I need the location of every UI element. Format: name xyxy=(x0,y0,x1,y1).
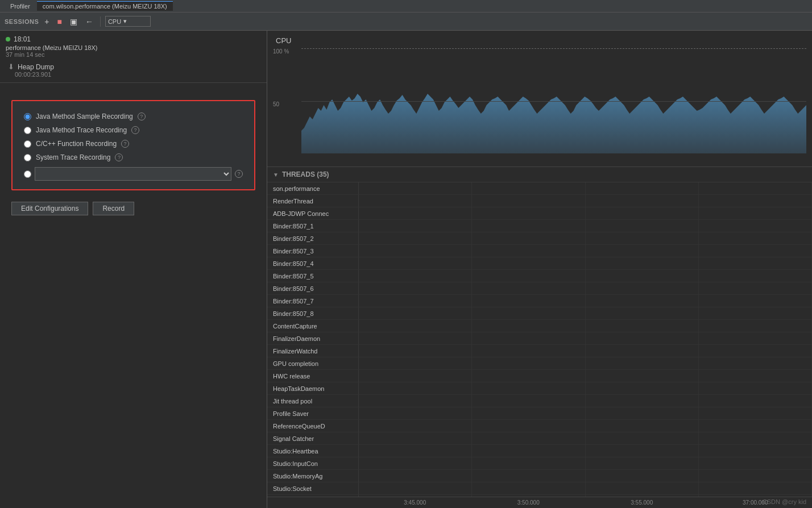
record-button[interactable]: Record xyxy=(93,202,134,215)
title-bar: Profiler com.wilson.performance (Meizu M… xyxy=(0,0,812,13)
thread-name: Binder:8507_6 xyxy=(267,285,358,292)
right-panel: CPU 100 % 50 xyxy=(267,31,812,508)
sys-trace-option[interactable]: System Trace Recording ? xyxy=(24,153,243,161)
java-sample-help-icon[interactable]: ? xyxy=(138,113,146,120)
sys-trace-radio[interactable] xyxy=(24,154,31,161)
thread-timeline xyxy=(358,370,812,382)
thread-row[interactable]: Studio:Heartbea xyxy=(267,445,812,457)
thread-timeline xyxy=(358,182,812,194)
stop-button[interactable]: ■ xyxy=(55,16,64,27)
thread-row[interactable]: Binder:8507_5 xyxy=(267,270,812,282)
cpp-func-label: C/C++ Function Recording xyxy=(36,140,117,148)
thread-row[interactable]: GPU completion xyxy=(267,357,812,370)
java-trace-label: Java Method Trace Recording xyxy=(36,126,127,134)
tick-2: 3:50.000 xyxy=(472,499,586,506)
cpu-label: CPU xyxy=(108,18,121,25)
cpp-func-option[interactable]: C/C++ Function Recording ? xyxy=(24,140,243,148)
thread-name: Binder:8507_4 xyxy=(267,260,358,267)
profiler-tab[interactable]: Profiler xyxy=(5,2,36,11)
heap-dump-row[interactable]: ⬇ Heap Dump xyxy=(6,63,261,71)
thread-name: Studio:Socket xyxy=(267,485,358,492)
session-time: 18:01 xyxy=(14,35,31,43)
custom-config-radio[interactable] xyxy=(24,170,31,178)
thread-timeline xyxy=(358,382,812,394)
back-button[interactable]: ← xyxy=(83,16,96,27)
add-session-button[interactable]: + xyxy=(42,16,51,27)
cpp-func-help-icon[interactable]: ? xyxy=(121,140,129,148)
thread-row[interactable]: Jit thread pool xyxy=(267,395,812,407)
separator xyxy=(100,16,101,27)
thread-timeline xyxy=(358,332,812,344)
thread-timeline xyxy=(358,470,812,482)
java-trace-radio[interactable] xyxy=(24,127,31,134)
thread-name: Binder:8507_5 xyxy=(267,273,358,280)
thread-row[interactable]: Binder:8507_2 xyxy=(267,232,812,245)
thread-name: Binder:8507_3 xyxy=(267,248,358,255)
thread-row[interactable]: Studio:MemoryAg xyxy=(267,470,812,482)
thread-name: FinalizerWatchd xyxy=(267,348,358,355)
dropdown-arrow-icon: ▾ xyxy=(123,18,127,25)
thread-name: Binder:8507_2 xyxy=(267,235,358,242)
thread-timeline xyxy=(358,407,812,419)
threads-section[interactable]: ▼ THREADS (35) son.performanceRenderThre… xyxy=(267,167,812,497)
thread-row[interactable]: ReferenceQueueD xyxy=(267,420,812,432)
thread-timeline xyxy=(358,395,812,407)
toolbar: SESSIONS + ■ ▣ ← CPU ▾ xyxy=(0,13,812,31)
thread-name: FinalizerDaemon xyxy=(267,335,358,342)
thread-row[interactable]: Binder:8507_7 xyxy=(267,295,812,307)
threads-toggle-icon[interactable]: ▼ xyxy=(273,172,279,178)
sys-trace-help-icon[interactable]: ? xyxy=(115,153,123,161)
thread-timeline xyxy=(358,445,812,457)
edit-configurations-button[interactable]: Edit Configurations xyxy=(11,202,88,215)
config-select[interactable] xyxy=(35,167,231,181)
java-trace-option[interactable]: Java Method Trace Recording ? xyxy=(24,126,243,134)
sessions-label: SESSIONS xyxy=(5,18,39,25)
config-help-icon[interactable]: ? xyxy=(235,170,243,178)
chart-label-100: 100 % xyxy=(273,48,289,55)
thread-name: RenderThread xyxy=(267,198,358,205)
tick-1: 3:45.000 xyxy=(358,499,472,506)
java-sample-radio[interactable] xyxy=(24,113,31,120)
thread-name: Studio:MemoryAg xyxy=(267,473,358,480)
thread-row[interactable]: ContentCapture xyxy=(267,320,812,332)
cpu-chart-title: CPU xyxy=(267,36,812,45)
thread-timeline xyxy=(358,307,812,319)
thread-row[interactable]: son.performance xyxy=(267,182,812,195)
thread-row[interactable]: FinalizerWatchd xyxy=(267,345,812,357)
thread-row[interactable]: Studio:Socket xyxy=(267,482,812,495)
thread-row[interactable]: HeapTaskDaemon xyxy=(267,382,812,395)
thread-row[interactable]: Binder:8507_6 xyxy=(267,282,812,295)
thread-row[interactable]: Binder:8507_4 xyxy=(267,257,812,270)
thread-row[interactable]: Binder:8507_3 xyxy=(267,245,812,257)
java-sample-option[interactable]: Java Method Sample Recording ? xyxy=(24,113,243,120)
thread-row[interactable]: RenderThread xyxy=(267,195,812,207)
thread-row[interactable]: FinalizerDaemon xyxy=(267,332,812,345)
thread-name: Jit thread pool xyxy=(267,398,358,405)
watermark: CSDN @cry kid xyxy=(763,498,806,505)
thread-timeline xyxy=(358,282,812,294)
layout-button[interactable]: ▣ xyxy=(68,16,80,27)
thread-name: HeapTaskDaemon xyxy=(267,385,358,392)
thread-timeline xyxy=(358,482,812,494)
thread-row[interactable]: Binder:8507_8 xyxy=(267,307,812,320)
thread-name: Signal Catcher xyxy=(267,435,358,442)
thread-row[interactable]: HWC release xyxy=(267,370,812,382)
thread-row[interactable]: Studio:InputCon xyxy=(267,457,812,470)
thread-row[interactable]: Profile Saver xyxy=(267,407,812,420)
session-device: performance (Meizu MEIZU 18X) xyxy=(6,44,261,51)
thread-name: HWC release xyxy=(267,373,358,380)
sys-trace-label: System Trace Recording xyxy=(36,153,110,161)
device-tab[interactable]: com.wilson.performance (Meizu MEIZU 18X) xyxy=(37,1,173,11)
thread-timeline xyxy=(358,432,812,444)
left-panel: 18:01 performance (Meizu MEIZU 18X) 37 m… xyxy=(0,31,267,508)
java-trace-help-icon[interactable]: ? xyxy=(131,126,139,134)
cpp-func-radio[interactable] xyxy=(24,140,31,148)
timeline-footer: 3:45.000 3:50.000 3:55.000 37:00.000 xyxy=(267,497,812,508)
thread-row[interactable]: Signal Catcher xyxy=(267,432,812,445)
chart-dashed-line xyxy=(301,48,806,49)
thread-name: ContentCapture xyxy=(267,323,358,330)
thread-row[interactable]: ADB-JDWP Connec xyxy=(267,207,812,220)
cpu-dropdown[interactable]: CPU ▾ xyxy=(105,16,151,27)
thread-name: Binder:8507_7 xyxy=(267,298,358,305)
thread-row[interactable]: Binder:8507_1 xyxy=(267,220,812,232)
